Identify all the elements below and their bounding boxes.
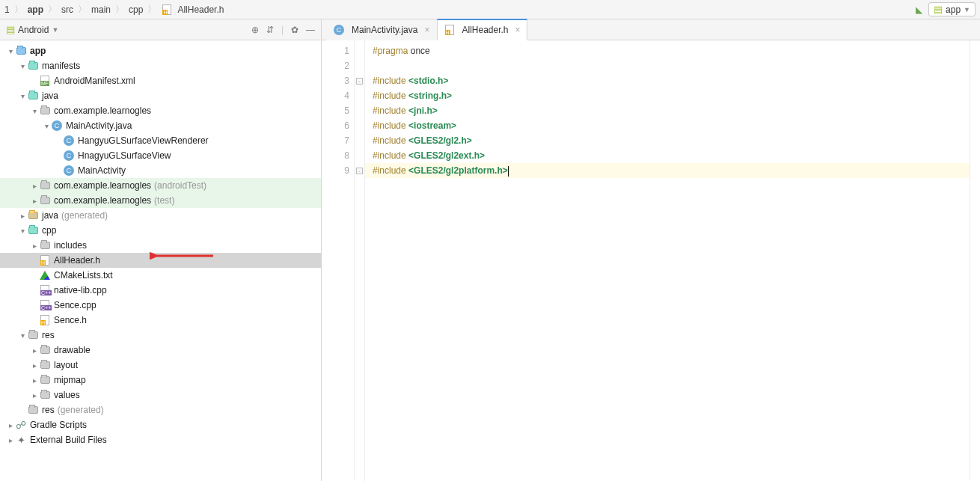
project-tree[interactable]: ▾app▾manifests·MFAndroidManifest.xml▾jav… (0, 40, 321, 481)
tree-item-label: com.example.learnogles (54, 195, 151, 206)
tree-item-label: values (54, 390, 80, 400)
tree-item[interactable]: ▸☍Gradle Scripts (0, 417, 321, 432)
expand-arrow[interactable]: ▸ (30, 242, 39, 250)
tree-item[interactable]: ·CMakeLists.txt (0, 268, 321, 283)
editor-tab[interactable]: HAllHeader.h× (437, 19, 527, 40)
expand-arrow[interactable]: ▾ (18, 92, 27, 100)
fold-marker[interactable]: - (356, 78, 363, 85)
tree-item-label: AndroidManifest.xml (54, 76, 135, 86)
tree-item-hint: (androidTest) (154, 180, 206, 191)
header-file-icon: H (444, 24, 456, 36)
run-config-combo[interactable]: ▤ app ▼ (928, 2, 976, 16)
expand-arrow[interactable]: ▾ (18, 331, 27, 340)
expand-arrow[interactable]: ▾ (18, 62, 27, 70)
tree-item-label: res (42, 405, 55, 415)
tree-item[interactable]: ▸com.example.learnogles(androidTest) (0, 178, 321, 193)
expand-arrow[interactable]: ▸ (30, 197, 39, 205)
expand-arrow[interactable]: ▸ (30, 346, 39, 355)
tree-item[interactable]: ▾app (0, 43, 321, 58)
tree-item[interactable]: ▸drawable (0, 343, 321, 358)
expand-arrow[interactable]: ▸ (6, 436, 15, 444)
expand-arrow[interactable]: ▸ (30, 376, 39, 385)
code-line[interactable]: #include <GLES2/gl2ext.h> (365, 148, 970, 163)
expand-arrow[interactable]: ▸ (30, 391, 39, 399)
collapse-icon[interactable]: ⇵ (266, 25, 274, 35)
breadcrumb-item[interactable]: app (28, 4, 43, 15)
tree-item[interactable]: ·HAllHeader.h (0, 253, 321, 268)
tree-item[interactable]: ▸includes (0, 238, 321, 253)
breadcrumb-item[interactable]: main (91, 4, 111, 15)
tree-item[interactable]: ▸com.example.learnogles(test) (0, 193, 321, 208)
tree-item[interactable]: ▸mipmap (0, 373, 321, 387)
tree-item-label: External Build Files (30, 435, 107, 445)
tree-item-hint: (generated) (61, 210, 108, 221)
tree-item[interactable]: ▾CMainActivity.java (0, 118, 321, 133)
tree-item-label: native-lib.cpp (54, 285, 107, 295)
class-icon: C (51, 120, 63, 132)
tree-item-label: layout (54, 360, 78, 370)
locate-icon[interactable]: ⊕ (251, 25, 259, 35)
tree-item[interactable]: ▸layout (0, 358, 321, 373)
expand-arrow[interactable]: ▸ (30, 361, 39, 370)
code-editor[interactable]: #pragma once#include <stdio.h>#include <… (365, 40, 970, 481)
tree-item[interactable]: ·res(generated) (0, 402, 321, 417)
code-line[interactable]: #include <GLES2/gl2.h> (365, 133, 970, 148)
tree-item[interactable]: ·CHangyuGLSurfaceViewRenderer (0, 133, 321, 148)
tree-item[interactable]: ·HSence.h (0, 313, 321, 328)
tree-item-label: res (42, 330, 55, 340)
expand-arrow[interactable]: ▾ (18, 227, 27, 235)
code-line[interactable]: #include <string.h> (365, 88, 970, 103)
tree-item[interactable]: ▸✦External Build Files (0, 432, 321, 447)
expand-arrow[interactable]: ▸ (18, 212, 27, 220)
wrench-icon: ✦ (15, 434, 27, 446)
editor-area: CMainActivity.java×HAllHeader.h× 1234567… (322, 19, 980, 481)
code-line[interactable]: #include <GLES2/gl2platform.h> (365, 163, 970, 178)
expand-arrow[interactable]: ▾ (42, 122, 51, 130)
tree-item[interactable]: ▾cpp (0, 223, 321, 238)
breadcrumb-item[interactable]: 1 (4, 4, 10, 15)
code-line[interactable]: #include <stdio.h> (365, 73, 970, 88)
expand-arrow[interactable]: ▾ (6, 47, 15, 55)
tree-item[interactable]: ·CMainActivity (0, 163, 321, 178)
tree-item-label: com.example.learnogles (54, 180, 151, 191)
close-icon[interactable]: × (515, 25, 521, 35)
code-line[interactable] (365, 58, 970, 73)
tree-item[interactable]: ·C++native-lib.cpp (0, 283, 321, 298)
breadcrumb-item[interactable]: AllHeader.h (177, 4, 224, 15)
close-icon[interactable]: × (424, 25, 429, 35)
tree-item[interactable]: ▾manifests (0, 58, 321, 73)
breadcrumb-item[interactable]: cpp (129, 4, 143, 15)
expand-arrow: · (18, 406, 27, 414)
breadcrumb[interactable]: 1〉app〉src〉main〉cpp〉HAllHeader.h (4, 3, 224, 16)
tree-item[interactable]: ▸values (0, 387, 321, 402)
tree-item[interactable]: ▸java(generated) (0, 208, 321, 223)
cpp-file-icon: C++ (39, 284, 51, 296)
header-file-icon: H (39, 254, 51, 266)
tree-item[interactable]: ·MFAndroidManifest.xml (0, 73, 321, 88)
code-line[interactable]: #include <jni.h> (365, 103, 970, 118)
gear-icon[interactable]: ✿ (291, 25, 298, 35)
fold-marker[interactable]: - (356, 168, 363, 174)
tree-item-label: app (30, 46, 46, 56)
expand-arrow[interactable]: ▸ (30, 182, 39, 190)
tree-item[interactable]: ·CHnagyuGLSurfaceView (0, 148, 321, 163)
project-view-selector[interactable]: ▤ Android ▼ (6, 24, 58, 35)
run-icon[interactable]: ◣ (916, 4, 922, 15)
tree-item-label: Sence.h (54, 315, 87, 325)
tree-item[interactable]: ▾java (0, 88, 321, 103)
tree-item-label: MainActivity.java (66, 120, 132, 131)
breadcrumb-item[interactable]: src (61, 4, 73, 15)
editor-tab[interactable]: CMainActivity.java× (326, 19, 437, 40)
folder-icon (39, 374, 51, 386)
divider: | (281, 25, 284, 35)
expand-arrow[interactable]: ▸ (6, 421, 15, 429)
tree-item[interactable]: ▾res (0, 328, 321, 343)
code-line[interactable]: #include <iostream> (365, 118, 970, 133)
module-folder-icon (15, 45, 27, 57)
expand-arrow[interactable]: ▾ (30, 107, 39, 115)
minimize-icon[interactable]: — (306, 25, 315, 35)
tree-item-label: Sence.cpp (54, 300, 97, 310)
tree-item[interactable]: ·C++Sence.cpp (0, 298, 321, 313)
code-line[interactable]: #pragma once (365, 43, 970, 58)
tree-item[interactable]: ▾com.example.learnogles (0, 103, 321, 118)
